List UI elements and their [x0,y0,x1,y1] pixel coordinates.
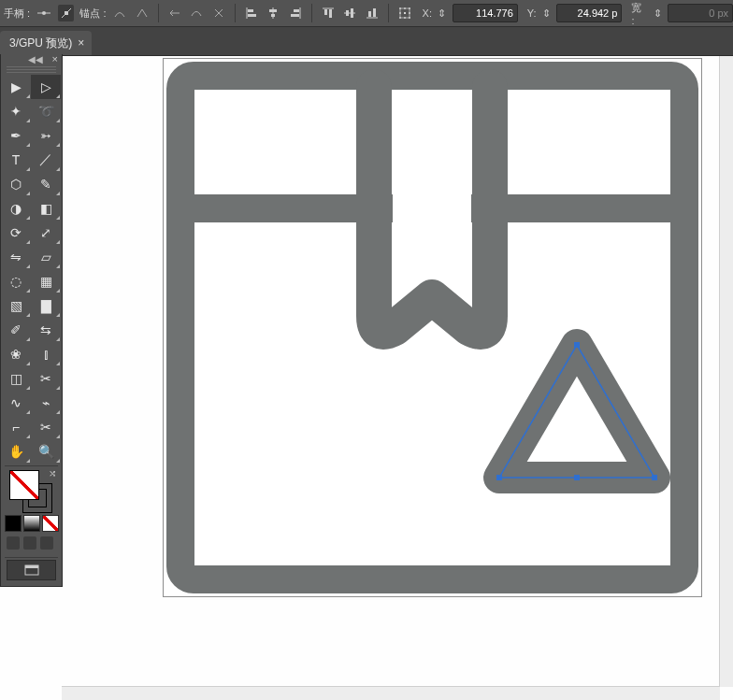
eraser-icon: ◧ [40,201,52,216]
curve-tool[interactable]: ∿ [1,391,31,415]
free-transform-tool[interactable]: ▱ [31,245,61,269]
anchor-icon: ⌁ [42,395,50,410]
shape-builder-icon: ◑ [10,201,22,216]
mesh-icon: ▧ [10,298,22,313]
svg-rect-38 [652,475,657,480]
draw-behind-icon[interactable] [23,536,36,550]
blend-tool[interactable]: ⇆ [31,318,61,342]
perspective-icon: ▦ [40,274,52,289]
collapse-panel-icon[interactable]: ◀◀ [28,54,43,64]
artboard-tool[interactable]: ◫ [1,366,31,391]
document-tab[interactable]: 3/GPU 预览) × [0,31,92,55]
remove-anchor-icon[interactable] [166,5,183,21]
w-field[interactable]: 0 px [668,4,733,22]
color-mode-solid[interactable] [5,515,22,532]
symbol-sprayer-tool[interactable]: ❀ [1,342,31,366]
link-xy-icon[interactable]: ⇕ [438,5,447,21]
artboard[interactable] [163,58,702,597]
w-label: 宽 : [631,1,647,26]
scale-tool[interactable]: ⤢ [31,221,61,245]
align-left-icon[interactable] [243,5,260,21]
magic-wand-tool[interactable]: ✦ [1,99,31,123]
connect-path-icon[interactable] [189,5,206,21]
close-panel-icon[interactable]: × [52,53,58,64]
svg-rect-14 [324,9,327,15]
document-tab-strip: 3/GPU 预览) × [0,27,733,56]
cut-path-icon[interactable] [210,5,227,21]
svg-point-30 [404,17,406,19]
rotate-tool[interactable]: ⟳ [1,221,31,245]
gradient-tool[interactable]: ▇ [31,293,61,318]
svg-rect-8 [269,9,277,12]
y-field[interactable]: 24.942 p [556,4,622,22]
lasso-icon: ➰ [38,104,54,119]
screen-mode-button[interactable] [7,560,56,580]
curvature-icon: ➳ [40,128,51,143]
column-graph-icon: ⫿ [43,347,50,362]
link-xy-icon-2[interactable]: ⇕ [542,5,552,21]
column-graph-tool[interactable]: ⫿ [31,342,61,366]
fill-stroke-control[interactable]: ⤭ [9,470,54,511]
rectangle-tool[interactable]: ⬡ [1,172,31,196]
width-tool[interactable]: ⇋ [1,245,31,269]
anchor-smooth-icon[interactable] [112,5,129,21]
svg-point-25 [409,7,410,9]
panel-gripper[interactable] [7,66,56,73]
scale-icon: ⤢ [40,225,51,240]
line-segment-tool[interactable]: ／ [31,148,61,172]
fill-swatch[interactable] [9,470,39,500]
artwork-package-icon[interactable] [164,59,701,596]
perspective-tool[interactable]: ▦ [31,269,61,293]
draw-normal-icon[interactable] [7,536,20,550]
swap-fill-stroke-icon[interactable]: ⤭ [49,468,56,479]
link-wh-icon[interactable]: ⇕ [653,5,662,21]
vertical-scrollbar[interactable] [719,54,733,687]
align-right-icon[interactable] [287,5,304,21]
color-mode-gradient[interactable] [23,515,40,532]
horizontal-scrollbar[interactable] [62,686,720,700]
svg-rect-33 [25,565,38,568]
shape-builder-tool[interactable]: ◑ [1,196,31,221]
eyedropper-tool[interactable]: ✐ [1,318,31,342]
anchor-corner-icon[interactable] [134,5,151,21]
slice-tool[interactable]: ✂ [31,366,61,391]
anchor-tool[interactable]: ⌁ [31,391,61,415]
shape-builder-2-tool[interactable]: ◌ [1,269,31,293]
curvature-tool[interactable]: ➳ [31,123,61,148]
svg-point-27 [404,12,406,14]
close-tab-icon[interactable]: × [78,36,84,50]
paintbrush-tool[interactable]: ✎ [31,172,61,196]
svg-rect-6 [248,14,256,17]
align-vcenter-icon[interactable] [342,5,359,21]
crop-tool[interactable]: ⌐ [1,415,31,439]
zoom-tool[interactable]: 🔍 [31,439,61,464]
handle-mode-corner-icon[interactable] [58,5,75,21]
align-bottom-icon[interactable] [364,5,381,21]
knife-icon: ✂ [40,420,51,435]
align-top-icon[interactable] [320,5,337,21]
handle-mode-icon[interactable] [36,5,52,21]
slice-icon: ✂ [40,371,51,386]
hand-tool[interactable]: ✋ [1,439,31,464]
svg-rect-36 [393,194,471,222]
lasso-tool[interactable]: ➰ [31,99,61,123]
reference-point-icon[interactable] [396,5,413,21]
selection-tool[interactable]: ▶ [1,75,31,99]
x-field[interactable]: 114.776 [453,4,518,22]
mesh-tool[interactable]: ▧ [1,293,31,318]
svg-point-23 [399,7,401,9]
pen-tool[interactable]: ✒ [1,123,31,148]
svg-rect-37 [574,342,580,348]
canvas-area[interactable] [62,54,733,700]
eraser-tool[interactable]: ◧ [31,196,61,221]
triangle-shape[interactable] [496,342,657,480]
knife-tool[interactable]: ✂ [31,415,61,439]
blend-icon: ⇆ [40,322,51,337]
draw-inside-icon[interactable] [40,536,53,550]
handle-label: 手柄 : [4,7,30,21]
align-hcenter-icon[interactable] [266,5,282,21]
screen-mode-row [1,534,62,555]
color-mode-none[interactable] [42,515,59,532]
direct-selection-tool[interactable]: ▷ [31,75,61,99]
type-tool[interactable]: T [1,148,31,172]
